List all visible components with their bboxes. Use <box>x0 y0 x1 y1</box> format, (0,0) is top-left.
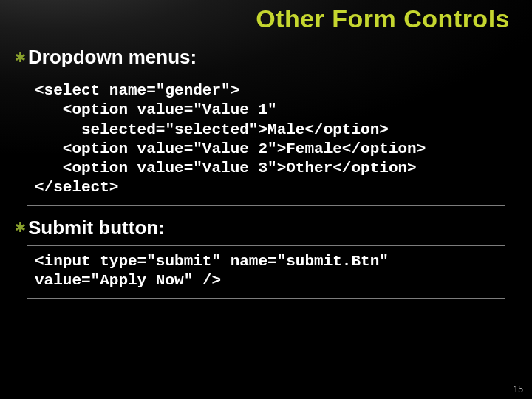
code-block-input: <input type="submit" name="submit.Btn" v… <box>27 245 505 299</box>
bullet-dropdown-menus: ✱ Dropdown menus: <box>13 46 519 69</box>
page-number: 15 <box>514 384 523 395</box>
slide-body: ✱ Dropdown menus: <select name="gender">… <box>13 41 519 309</box>
bullet-text: Dropdown menus: <box>28 46 197 69</box>
code-block-select: <select name="gender"> <option value="Va… <box>27 75 505 206</box>
bullet-icon: ✱ <box>13 219 27 236</box>
bullet-text: Submit button: <box>28 216 165 239</box>
bullet-icon: ✱ <box>13 50 27 66</box>
bullet-submit-button: ✱ Submit button: <box>13 216 519 239</box>
slide-title: Other Form Controls <box>256 4 510 33</box>
slide: Other Form Controls ✱ Dropdown menus: <s… <box>0 0 532 399</box>
